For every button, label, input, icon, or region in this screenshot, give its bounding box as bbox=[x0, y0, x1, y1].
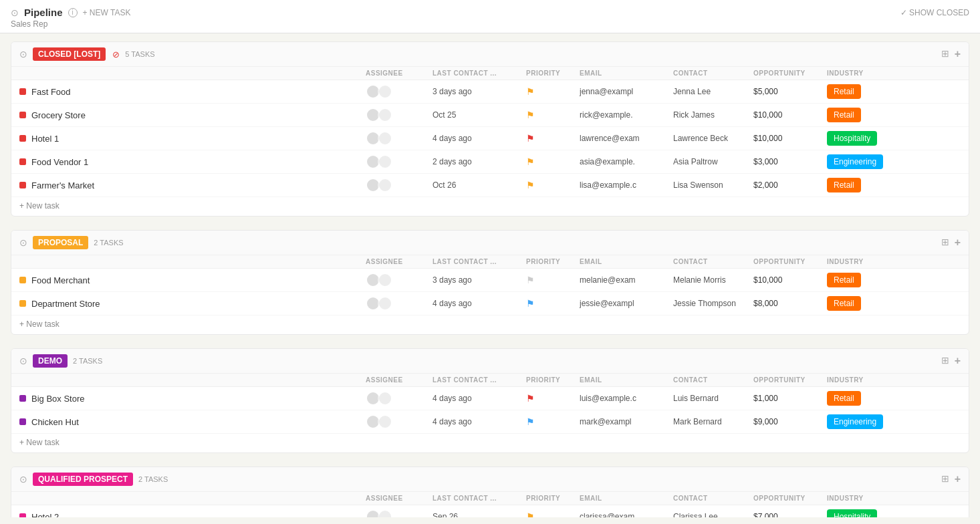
industry-badge[interactable]: Engineering bbox=[827, 414, 883, 429]
priority-flag: ⚑ bbox=[526, 275, 535, 285]
collapse-icon[interactable]: ⊙ bbox=[19, 356, 27, 366]
industry-badge[interactable]: Retail bbox=[827, 84, 861, 99]
show-closed-button[interactable]: ✓ SHOW CLOSED bbox=[900, 8, 969, 17]
industry-badge[interactable]: Engineering bbox=[827, 154, 883, 169]
contact-cell[interactable]: Mark Bernard bbox=[673, 417, 753, 426]
industry-badge[interactable]: Retail bbox=[827, 178, 861, 192]
table-row[interactable]: Fast Food 3 days ago⚑jenna@examplJenna L… bbox=[11, 80, 969, 104]
assignee-cell bbox=[366, 391, 433, 406]
contact-cell[interactable]: Lawrence Beck bbox=[673, 134, 753, 143]
add-column-icon[interactable]: + bbox=[955, 473, 961, 485]
col-header-industry: INDUSTRY bbox=[827, 258, 914, 265]
industry-badge[interactable]: Hospitality bbox=[827, 131, 877, 146]
task-name-text[interactable]: Big Box Store bbox=[31, 394, 85, 404]
task-name-text[interactable]: Department Store bbox=[31, 299, 100, 309]
priority-dot bbox=[19, 135, 26, 142]
avatar[interactable] bbox=[378, 154, 392, 169]
contact-cell[interactable]: Rick James bbox=[673, 110, 753, 120]
task-name-text[interactable]: Fast Food bbox=[31, 87, 71, 97]
priority-cell[interactable]: ⚑ bbox=[526, 393, 580, 404]
priority-cell[interactable]: ⚑ bbox=[526, 110, 580, 120]
group-label-demo[interactable]: DEMO bbox=[33, 354, 68, 368]
task-name-text[interactable]: Grocery Store bbox=[31, 110, 86, 120]
group-label-qualified-prospect[interactable]: QUALIFIED PROSPECT bbox=[33, 473, 133, 486]
avatar[interactable] bbox=[378, 108, 392, 122]
contact-cell[interactable]: Jenna Lee bbox=[673, 87, 753, 96]
grid-icon[interactable]: ⊞ bbox=[941, 237, 949, 249]
contact-cell[interactable]: Lisa Swenson bbox=[673, 180, 753, 190]
industry-cell: Hospitality bbox=[827, 131, 914, 146]
avatar[interactable] bbox=[378, 273, 392, 287]
avatar[interactable] bbox=[378, 509, 392, 517]
contact-cell[interactable]: Luis Bernard bbox=[673, 394, 753, 403]
task-name-cell: Hotel 1 bbox=[19, 134, 366, 144]
table-row[interactable]: Hotel 2 Sep 26⚑clarissa@examClarissa Lee… bbox=[11, 505, 969, 517]
page-title: Pipeline bbox=[24, 7, 63, 18]
avatar[interactable] bbox=[378, 391, 392, 406]
task-name-text[interactable]: Chicken Hut bbox=[31, 417, 79, 427]
col-header-priority: PRIORITY bbox=[526, 495, 580, 502]
group-label-proposal[interactable]: PROPOSAL bbox=[33, 236, 88, 249]
task-name-text[interactable]: Food Vendor 1 bbox=[31, 157, 88, 167]
priority-cell[interactable]: ⚑ bbox=[526, 133, 580, 144]
new-task-row[interactable]: + New task bbox=[11, 434, 969, 452]
table-row[interactable]: Department Store 4 days ago⚑jessie@examp… bbox=[11, 292, 969, 315]
grid-icon[interactable]: ⊞ bbox=[941, 473, 949, 485]
industry-badge[interactable]: Retail bbox=[827, 296, 861, 311]
group-label-closed-lost[interactable]: CLOSED [LOST] bbox=[33, 47, 106, 61]
collapse-icon[interactable]: ⊙ bbox=[19, 49, 27, 59]
opportunity-cell: $10,000 bbox=[753, 275, 827, 285]
table-row[interactable]: Hotel 1 4 days ago⚑lawrence@examLawrence… bbox=[11, 127, 969, 150]
col-header-opportunity: OPPORTUNITY bbox=[753, 258, 827, 265]
contact-cell[interactable]: Jessie Thompson bbox=[673, 299, 753, 308]
avatar[interactable] bbox=[378, 178, 392, 192]
table-row[interactable]: Chicken Hut 4 days ago⚑mark@examplMark B… bbox=[11, 410, 969, 434]
table-row[interactable]: Food Vendor 1 2 days ago⚑asia@example.As… bbox=[11, 150, 969, 174]
contact-cell[interactable]: Melanie Morris bbox=[673, 275, 753, 285]
task-name-text[interactable]: Food Merchant bbox=[31, 275, 90, 285]
priority-dot bbox=[19, 112, 26, 118]
table-row[interactable]: Food Merchant 3 days ago⚑melanie@examMel… bbox=[11, 269, 969, 292]
new-task-row[interactable]: + New task bbox=[11, 197, 969, 216]
priority-cell[interactable]: ⚑ bbox=[526, 511, 580, 517]
add-column-icon[interactable]: + bbox=[955, 355, 961, 367]
collapse-icon[interactable]: ⊙ bbox=[19, 474, 27, 485]
table-row[interactable]: Big Box Store 4 days ago⚑luis@example.cL… bbox=[11, 387, 969, 410]
priority-cell[interactable]: ⚑ bbox=[526, 86, 580, 97]
industry-badge[interactable]: Hospitality bbox=[827, 509, 877, 517]
task-name-text[interactable]: Hotel 1 bbox=[31, 134, 59, 144]
priority-cell[interactable]: ⚑ bbox=[526, 180, 580, 190]
info-icon[interactable]: i bbox=[68, 8, 78, 17]
new-task-row[interactable]: + New task bbox=[11, 315, 969, 334]
priority-cell[interactable]: ⚑ bbox=[526, 298, 580, 309]
avatar[interactable] bbox=[378, 84, 392, 99]
avatar[interactable] bbox=[378, 296, 392, 311]
industry-badge[interactable]: Retail bbox=[827, 108, 861, 122]
add-column-icon[interactable]: + bbox=[955, 237, 961, 249]
table-row[interactable]: Farmer's Market Oct 26⚑lisa@example.cLis… bbox=[11, 174, 969, 197]
task-name-text[interactable]: Hotel 2 bbox=[31, 512, 59, 518]
email-cell: melanie@exam bbox=[580, 275, 673, 285]
avatar[interactable] bbox=[378, 131, 392, 146]
priority-flag: ⚑ bbox=[526, 416, 535, 427]
grid-icon[interactable]: ⊞ bbox=[941, 48, 949, 60]
opportunity-cell: $10,000 bbox=[753, 134, 827, 143]
col-header-priority: PRIORITY bbox=[526, 70, 580, 77]
avatar[interactable] bbox=[378, 414, 392, 429]
priority-cell[interactable]: ⚑ bbox=[526, 275, 580, 285]
new-task-button[interactable]: + NEW TASK bbox=[83, 8, 131, 17]
priority-cell[interactable]: ⚑ bbox=[526, 156, 580, 167]
add-column-icon[interactable]: + bbox=[955, 48, 961, 60]
contact-cell[interactable]: Clarissa Lee bbox=[673, 512, 753, 517]
table-row[interactable]: Grocery Store Oct 25⚑rick@example.Rick J… bbox=[11, 104, 969, 127]
collapse-icon[interactable]: ⊙ bbox=[19, 237, 27, 248]
task-name-cell: Food Merchant bbox=[19, 275, 366, 285]
assignee-cell bbox=[366, 414, 433, 429]
industry-badge[interactable]: Retail bbox=[827, 391, 861, 406]
priority-cell[interactable]: ⚑ bbox=[526, 416, 580, 427]
avatar-group bbox=[366, 108, 392, 122]
contact-cell[interactable]: Asia Paltrow bbox=[673, 157, 753, 166]
task-name-text[interactable]: Farmer's Market bbox=[31, 180, 94, 190]
grid-icon[interactable]: ⊞ bbox=[941, 355, 949, 367]
industry-badge[interactable]: Retail bbox=[827, 273, 861, 287]
